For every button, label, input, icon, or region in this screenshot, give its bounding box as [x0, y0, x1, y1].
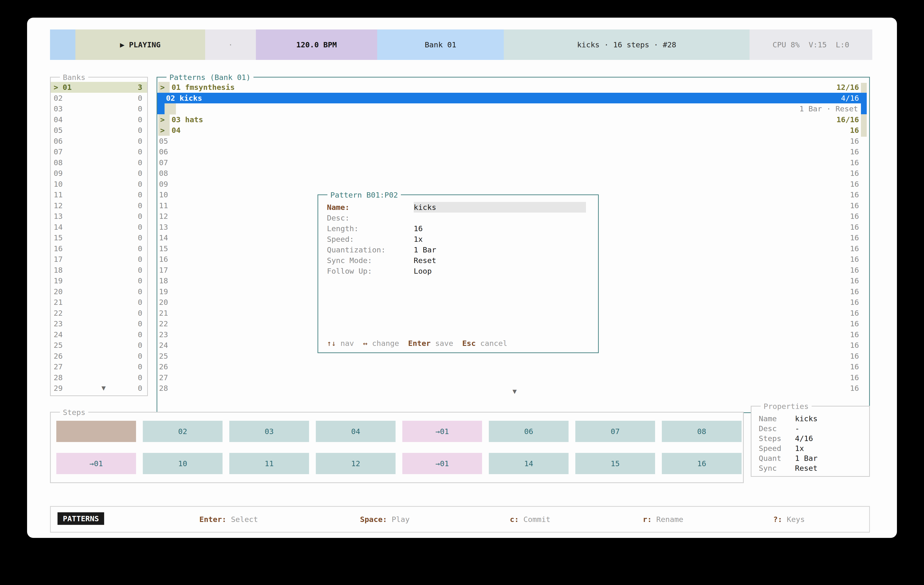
pattern-number-and-name: 17 — [159, 265, 168, 275]
bank-row[interactable]: 180 — [51, 265, 147, 275]
step-cell-label: 15 — [610, 459, 620, 468]
pattern-edit-fields: Name:kicksDesc:Length:16Speed:1xQuantiza… — [318, 202, 598, 276]
step-cell[interactable]: 12 — [316, 453, 396, 474]
bank-row[interactable]: 110 — [51, 190, 147, 200]
pattern-row[interactable]: 0816 — [157, 168, 869, 179]
bank-row[interactable]: 190 — [51, 275, 147, 286]
bank-row[interactable]: 130 — [51, 211, 147, 222]
step-cell[interactable]: 03 — [229, 421, 309, 442]
bank-pattern-count: 0 — [138, 125, 142, 136]
dialog-hint-key: Esc — [462, 339, 476, 348]
bank-display[interactable]: Bank 01 — [377, 30, 504, 60]
bank-row[interactable]: 160 — [51, 243, 147, 254]
dialog-field[interactable]: Quantization:1 Bar — [318, 244, 598, 255]
bank-row[interactable]: 080 — [51, 157, 147, 168]
step-cell[interactable]: 10 — [143, 453, 223, 474]
bank-row[interactable]: 270 — [51, 361, 147, 372]
step-cell[interactable]: 06 — [489, 421, 569, 442]
dialog-field[interactable]: Desc: — [318, 213, 598, 223]
pattern-row[interactable]: 2716 — [157, 372, 869, 383]
dialog-field-label: Length: — [327, 223, 414, 234]
bank-row[interactable]: 070 — [51, 147, 147, 157]
dialog-field[interactable]: Speed:1x — [318, 234, 598, 244]
pattern-number-and-name: 25 — [159, 351, 168, 362]
bank-row[interactable]: 090 — [51, 168, 147, 179]
bank-row[interactable]: 140 — [51, 222, 147, 232]
bank-row[interactable]: 060 — [51, 136, 147, 147]
pattern-step-count: 16 — [850, 297, 859, 308]
bank-row[interactable]: 050 — [51, 125, 147, 136]
dialog-field[interactable]: Sync Mode:Reset — [318, 255, 598, 266]
pattern-row[interactable]: 0616 — [157, 147, 869, 157]
bank-row[interactable]: 170 — [51, 254, 147, 265]
step-cell-label: →01 — [436, 427, 449, 436]
pattern-row[interactable]: >01 fmsynthesis12/16 — [157, 82, 869, 93]
pattern-number-and-name: 23 — [159, 329, 168, 340]
step-cell[interactable]: 16 — [662, 453, 742, 474]
bank-row[interactable]: 230 — [51, 318, 147, 329]
dialog-field[interactable]: Length:16 — [318, 223, 598, 234]
bank-row[interactable]: 040 — [51, 114, 147, 125]
bank-row[interactable]: 030 — [51, 103, 147, 114]
bank-row[interactable]: 220 — [51, 308, 147, 319]
step-cell[interactable]: →01 — [402, 453, 482, 474]
dialog-field-label: Follow Up: — [327, 266, 414, 276]
pattern-row[interactable]: 02 kicks4/16 — [157, 93, 867, 104]
bank-number: 27 — [54, 361, 63, 372]
bank-row[interactable]: 100 — [51, 179, 147, 190]
bank-row[interactable]: 120 — [51, 200, 147, 211]
step-cell[interactable] — [56, 421, 136, 442]
property-row: Desc- — [759, 424, 865, 433]
bank-row[interactable]: 200 — [51, 286, 147, 297]
mode-badge: PATTERNS — [58, 512, 104, 525]
bank-number: 12 — [54, 200, 63, 211]
step-cell[interactable]: 04 — [316, 421, 396, 442]
pattern-row[interactable]: >0416 — [157, 125, 869, 136]
dialog-field-label: Quantization: — [327, 244, 414, 255]
step-cell[interactable]: 08 — [662, 421, 742, 442]
bank-row[interactable]: 020 — [51, 93, 147, 104]
bpm-display[interactable]: 120.0 BPM — [256, 30, 377, 60]
step-cell-label: 07 — [610, 427, 620, 436]
bank-pattern-count: 0 — [138, 222, 142, 232]
bank-row[interactable]: 210 — [51, 297, 147, 308]
step-cell-label: 10 — [178, 459, 187, 468]
screen: ▶ PLAYING · 120.0 BPM Bank 01 kicks · 16… — [0, 0, 924, 585]
step-cell[interactable]: →01 — [56, 453, 136, 474]
play-icon-and-label: ▶ PLAYING — [120, 40, 161, 49]
pattern-row[interactable]: 0916 — [157, 179, 869, 190]
top-bar: ▶ PLAYING · 120.0 BPM Bank 01 kicks · 16… — [50, 30, 872, 60]
step-cell[interactable]: 14 — [489, 453, 569, 474]
app-window: ▶ PLAYING · 120.0 BPM Bank 01 kicks · 16… — [27, 18, 897, 538]
bank-pattern-count: 0 — [138, 190, 142, 200]
bank-row[interactable]: 250 — [51, 340, 147, 351]
step-cell[interactable]: →01 — [402, 421, 482, 442]
patterns-scroll-more-icon: ▼ — [513, 387, 516, 395]
bank-pattern-count: 0 — [138, 211, 142, 222]
step-cell[interactable]: 11 — [229, 453, 309, 474]
bank-pattern-count: 0 — [138, 157, 142, 168]
bank-row[interactable]: 150 — [51, 232, 147, 243]
dialog-hint-action: cancel — [476, 339, 507, 348]
bank-row[interactable]: 280 — [51, 372, 147, 383]
dialog-field[interactable]: Name:kicks — [318, 202, 598, 213]
bank-row[interactable]: 260 — [51, 351, 147, 362]
dialog-field-label: Speed: — [327, 234, 414, 244]
bank-row[interactable]: > 013 — [51, 82, 147, 93]
bank-number: 05 — [54, 125, 63, 136]
pattern-row[interactable]: 2616 — [157, 361, 869, 372]
bank-row[interactable]: 240 — [51, 329, 147, 340]
pattern-row[interactable]: 0516 — [157, 136, 869, 147]
step-cell[interactable]: 15 — [575, 453, 655, 474]
pattern-row[interactable]: >03 hats16/16 — [157, 114, 869, 125]
pattern-number-and-name: 24 — [159, 340, 168, 351]
dialog-field[interactable]: Follow Up:Loop — [318, 266, 598, 276]
pattern-number-and-name: 03 hats — [172, 114, 203, 125]
pattern-number-and-name: 22 — [159, 318, 168, 329]
step-cell[interactable]: 07 — [575, 421, 655, 442]
step-cell[interactable]: 02 — [143, 421, 223, 442]
property-label: Sync — [759, 463, 795, 473]
pattern-row[interactable]: 0716 — [157, 157, 869, 168]
transport-status[interactable]: ▶ PLAYING — [75, 30, 205, 60]
bank-row[interactable]: 290 — [51, 383, 147, 394]
